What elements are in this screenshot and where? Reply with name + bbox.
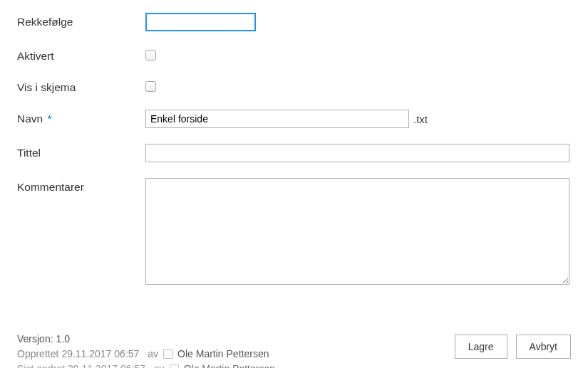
order-input[interactable] (145, 13, 256, 31)
modified-by-label: av (154, 362, 165, 368)
name-extension-suffix: .txt (413, 113, 428, 125)
version-label: Versjon: (17, 332, 53, 347)
show-in-form-checkbox[interactable] (145, 81, 156, 92)
name-label: Navn * (17, 110, 145, 125)
save-button[interactable]: Lagre (455, 335, 507, 359)
created-datetime: 29.11.2017 06:57 (61, 347, 139, 362)
created-by-label: av (148, 347, 158, 362)
title-input[interactable] (145, 144, 569, 162)
modified-label: Sist endret (17, 362, 65, 368)
show-in-form-label: Vis i skjema (17, 78, 145, 94)
order-label: Rekkefølge (17, 13, 145, 28)
modified-datetime: 29.11.2017 06:57 (68, 362, 145, 368)
enabled-label: Aktivert (17, 47, 145, 63)
user-icon (163, 349, 172, 359)
name-input[interactable] (145, 110, 409, 128)
required-indicator: * (48, 112, 52, 125)
created-label: Opprettet (17, 347, 58, 362)
title-label: Tittel (17, 144, 145, 159)
user-icon (170, 364, 179, 368)
name-label-text: Navn (17, 112, 43, 125)
enabled-checkbox[interactable] (145, 50, 156, 61)
comments-label: Kommentarer (17, 178, 145, 194)
cancel-button[interactable]: Avbryt (516, 335, 571, 359)
version-value: 1.0 (56, 332, 70, 347)
metadata-block: Versjon: 1.0 Opprettet 29.11.2017 06:57 … (17, 332, 275, 368)
modified-user: Ole Martin Pettersen (184, 362, 275, 368)
comments-textarea[interactable] (145, 178, 569, 285)
created-user: Ole Martin Pettersen (177, 347, 269, 362)
